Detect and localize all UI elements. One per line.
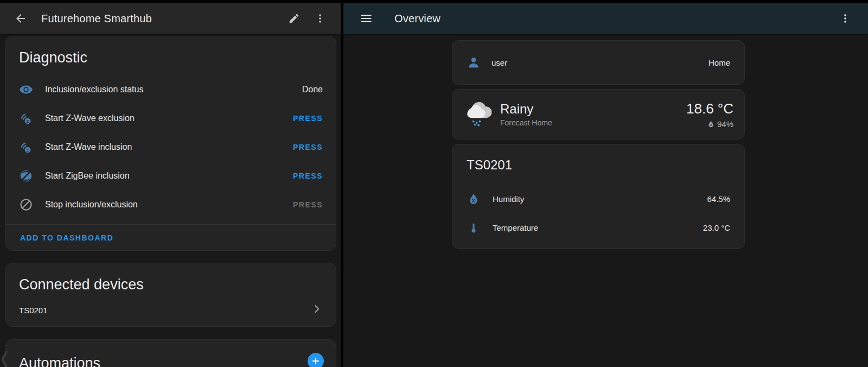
weather-humidity-value: 94% [717,119,733,129]
back-button[interactable] [10,8,31,29]
edit-button[interactable] [283,8,305,29]
diagnostic-card-footer: ADD TO DASHBOARD [6,224,336,250]
weather-temperature: 18.6 °C [686,100,733,117]
row-label: Stop inclusion/exclusion [45,200,138,210]
connected-devices-title: Connected devices [19,263,323,293]
svg-text:Z: Z [27,148,29,152]
row-zwave-exclusion[interactable]: Z Start Z-Wave exclusion PRESS [19,104,323,132]
zwave-icon: Z [19,111,33,125]
device-page-window: Futurehome Smarthub Diagnostic [0,3,341,367]
zigbee-icon [19,169,33,183]
user-entity-name: user [492,58,507,67]
row-value: Done [302,85,323,94]
weather-values: 18.6 °C 94% [686,100,733,129]
add-automation-button[interactable] [308,353,324,367]
overview-window: Overview user Home [343,3,868,367]
pencil-icon [288,12,300,24]
sensor-rows: Humidity 64.5% Temperature 23.0 °C [467,185,730,242]
diagnostic-card: Diagnostic Inclusion/exclusion status Do… [5,36,336,251]
row-zwave-inclusion[interactable]: Z Start Z-Wave inclusion PRESS [19,132,323,161]
press-button[interactable]: PRESS [293,172,323,180]
humidity-drop-icon [707,120,715,128]
overview-header: Overview [343,3,868,34]
row-label: Inclusion/exclusion status [45,85,143,94]
row-label: Humidity [493,194,524,204]
weather-entity-name: Forecast Home [500,118,552,127]
row-label: Start Z-Wave exclusion [45,113,135,123]
press-button[interactable]: PRESS [293,143,323,151]
automations-title: Automations [19,340,323,367]
diagnostic-rows: Inclusion/exclusion status Done Z [19,75,323,219]
row-label: Start ZigBee inclusion [45,171,130,181]
plus-icon [311,356,321,366]
kebab-menu-icon [314,12,326,24]
dashboard-title: Overview [394,12,441,25]
rainy-weather-icon [463,98,494,131]
eye-icon [19,83,33,97]
overview-overflow-button[interactable] [834,8,856,29]
cancel-icon [19,198,33,212]
back-gesture-indicator: ❬ [0,349,11,367]
arrow-left-icon [14,12,27,25]
device-name: TS0201 [19,306,48,315]
weather-state: Rainy [500,102,552,117]
add-to-dashboard-button[interactable]: ADD TO DASHBOARD [20,233,113,242]
temperature-row[interactable]: Temperature 23.0 °C [467,213,730,242]
humidity-row[interactable]: Humidity 64.5% [467,185,730,213]
kebab-menu-icon [839,12,851,24]
overflow-menu-button[interactable] [309,8,331,29]
device-page-header: Futurehome Smarthub [0,3,341,34]
user-entity-state: Home [709,58,730,67]
sensor-card-title: TS0201 [467,153,730,173]
thermometer-icon [467,221,481,235]
row-stop-inclusion[interactable]: Stop inclusion/exclusion PRESS [19,190,323,219]
weather-humidity-row: 94% [686,119,733,129]
connected-device-item[interactable]: TS0201 [19,296,323,324]
row-zigbee-inclusion[interactable]: Start ZigBee inclusion PRESS [19,161,323,190]
weather-texts: Rainy Forecast Home [500,102,552,127]
connected-devices-card: Connected devices TS0201 [5,263,336,327]
press-button-disabled: PRESS [293,200,323,209]
page-title: Futurehome Smarthub [41,12,152,25]
zwave-icon: Z [19,140,33,154]
humidity-icon [467,192,481,206]
weather-card[interactable]: Rainy Forecast Home 18.6 °C 94% [452,89,745,140]
automations-card: Automations [5,339,336,367]
person-icon [467,55,481,69]
row-inclusion-status[interactable]: Inclusion/exclusion status Done [19,75,323,104]
row-value: 23.0 °C [703,223,730,232]
sensor-card: TS0201 Humidity 64.5% [452,144,745,249]
row-label: Start Z-Wave inclusion [45,142,132,152]
hamburger-icon [360,12,373,25]
svg-text:Z: Z [27,119,29,123]
row-label: Temperature [493,223,538,232]
screen: Futurehome Smarthub Diagnostic [0,0,868,367]
menu-button[interactable] [355,8,377,29]
user-entity-card[interactable]: user Home [452,40,745,85]
row-value: 64.5% [707,194,730,204]
chevron-right-icon [311,303,323,317]
press-button[interactable]: PRESS [293,114,323,123]
diagnostic-card-title: Diagnostic [19,36,323,66]
